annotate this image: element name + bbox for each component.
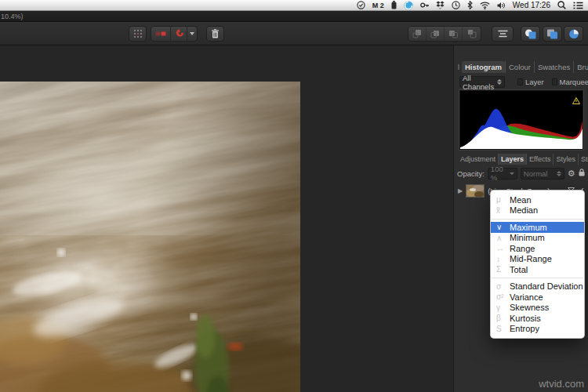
boolean-divide-icon <box>568 29 579 39</box>
menu-item-standard-deviation[interactable]: σ Standard Deviation <box>491 281 584 292</box>
layer-settings-gear-icon[interactable]: ⚙ <box>568 169 575 179</box>
menu-item-label: Entropy <box>510 324 539 333</box>
tab-styles[interactable]: Styles <box>553 154 578 165</box>
lock-icon[interactable] <box>579 169 585 178</box>
boolean-add-button[interactable] <box>521 26 540 42</box>
channel-select-value: All Channels <box>463 74 494 91</box>
expander-triangle-icon[interactable]: ▶ <box>458 187 463 194</box>
menu-item-label: Skewness <box>510 303 549 312</box>
menu-item-label: Range <box>510 244 535 253</box>
menu-item-label: Maximum <box>510 223 547 232</box>
boolean-add-icon <box>524 29 536 39</box>
boolean-divide-button[interactable] <box>564 26 583 42</box>
snapping-button[interactable] <box>171 26 187 42</box>
move-backward-button[interactable] <box>445 26 463 42</box>
menu-item-label: Minimum <box>510 233 545 242</box>
spotlight-icon[interactable] <box>557 1 566 9</box>
layer-thumbnail[interactable] <box>466 184 485 198</box>
menu-item-range[interactable]: ↔ Range <box>491 243 584 254</box>
boolean-subtract-button[interactable] <box>543 26 562 42</box>
tab-adjustment[interactable]: Adjustment <box>458 154 498 165</box>
histogram-display <box>459 90 583 150</box>
blue-app-icon[interactable] <box>404 1 413 9</box>
menu-item-variance[interactable]: σ² Variance <box>491 292 584 303</box>
sync-check-icon[interactable] <box>357 1 365 9</box>
bluetooth-icon[interactable] <box>467 1 473 9</box>
menubar-clock[interactable]: Wed 17:26 <box>513 1 550 9</box>
photo-image[interactable] <box>0 82 300 392</box>
menu-item-mid-range[interactable]: ↕ Mid-Range <box>491 254 584 265</box>
boolean-subtract-icon <box>546 29 558 39</box>
snapping-group <box>151 26 198 42</box>
studio-tabbar: Histogram Colour Swatches Brushes ▤ <box>454 61 588 73</box>
kurtosis-symbol-icon: β <box>496 314 510 322</box>
menu-item-label: Kurtosis <box>510 314 541 323</box>
menu-separator <box>492 278 583 278</box>
layers-tabbar: Adjustment Layers Effects Styles Stock <box>454 153 588 165</box>
arrange-group <box>408 26 481 42</box>
move-forward-icon <box>430 29 440 38</box>
standard-deviation-symbol-icon: σ <box>496 282 510 291</box>
marquee-checkbox[interactable] <box>552 78 557 85</box>
variance-symbol-icon: σ² <box>496 292 510 301</box>
tab-effects[interactable]: Effects <box>526 154 553 165</box>
menu-item-label: Mid-Range <box>510 254 552 263</box>
menu-item-minimum[interactable]: ∧ Minimum <box>491 233 584 244</box>
menu-item-label: Variance <box>510 292 543 302</box>
minimum-symbol-icon: ∧ <box>496 234 510 242</box>
menu-item-mean[interactable]: μ Mean <box>491 194 584 205</box>
document-canvas[interactable] <box>0 45 453 392</box>
layer-checkbox-label: Layer <box>525 78 544 86</box>
menu-separator <box>492 219 583 220</box>
panel-collapse-icon[interactable] <box>458 64 459 70</box>
wifi-icon[interactable] <box>480 1 490 9</box>
blend-mode-select[interactable]: Normal <box>521 168 564 180</box>
menu-item-maximum[interactable]: ∨ Maximum <box>491 222 584 233</box>
tab-colour[interactable]: Colour <box>505 61 534 73</box>
dropbox-icon[interactable] <box>436 1 445 9</box>
move-to-front-icon <box>412 29 422 38</box>
stream-photo <box>0 82 300 392</box>
window-titlebar: 10.4%) <box>0 11 588 22</box>
delete-button[interactable] <box>206 26 224 42</box>
tab-layers[interactable]: Layers <box>498 154 526 165</box>
keyboard-layout-item[interactable]: M 2 <box>372 2 384 9</box>
tab-histogram[interactable]: Histogram <box>462 61 505 73</box>
channel-select[interactable]: All Channels <box>459 76 505 88</box>
stepper-icon <box>494 79 502 85</box>
menu-item-label: Median <box>510 205 538 215</box>
macos-menubar: M 2 Wed 17:26 <box>0 0 588 11</box>
opacity-select[interactable]: 100 % <box>488 168 517 180</box>
warning-icon[interactable] <box>572 93 580 107</box>
tab-stock[interactable]: Stock <box>578 154 588 165</box>
skewness-symbol-icon: γ <box>496 303 510 312</box>
median-symbol-icon: x̃ <box>496 206 510 215</box>
menu-item-kurtosis[interactable]: β Kurtosis <box>491 313 584 324</box>
tab-brushes[interactable]: Brushes <box>573 61 588 73</box>
volume-icon[interactable] <box>497 1 506 9</box>
layer-checkbox[interactable] <box>517 78 523 85</box>
menu-item-skewness[interactable]: γ Skewness <box>491 303 584 314</box>
battery-icon[interactable] <box>391 1 397 9</box>
app-toolbar <box>0 22 588 45</box>
tab-swatches[interactable]: Swatches <box>534 61 573 73</box>
trash-icon <box>212 29 219 38</box>
menu-item-total[interactable]: Σ Total <box>491 264 584 275</box>
window-title: 10.4%) <box>1 13 24 20</box>
move-to-front-button[interactable] <box>408 26 426 42</box>
grid-button[interactable] <box>129 26 147 42</box>
snapping-dropdown-button[interactable] <box>187 26 197 42</box>
menu-item-entropy[interactable]: S Entropy <box>491 324 584 335</box>
mid-range-symbol-icon: ↕ <box>496 255 510 263</box>
stack-button[interactable] <box>151 26 171 42</box>
move-forward-button[interactable] <box>426 26 445 42</box>
notification-center-icon[interactable] <box>573 1 583 9</box>
move-to-back-button[interactable] <box>463 26 481 42</box>
key-icon[interactable] <box>420 1 429 9</box>
histogram-controls: All Channels Layer Marquee <box>454 74 588 89</box>
stack-icon <box>155 31 166 37</box>
blend-mode-value: Normal <box>524 169 548 178</box>
menu-item-median[interactable]: x̃ Median <box>491 205 584 216</box>
alignment-button[interactable] <box>492 26 514 42</box>
time-machine-icon[interactable] <box>452 1 460 9</box>
